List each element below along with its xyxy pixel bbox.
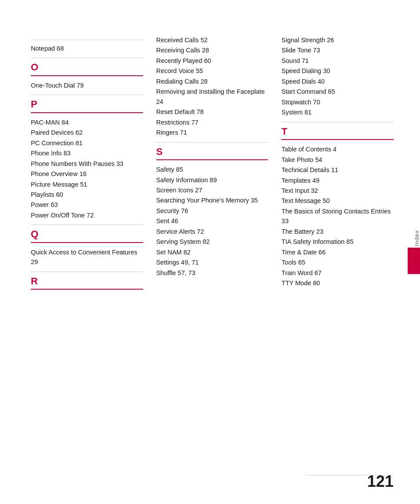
divider-o-red [31,75,143,76]
side-tab-bar [408,248,420,274]
entry-stopwatch: Stopwatch 70 [281,97,394,107]
columns-wrapper: Notepad 68 O One-Touch Dial 79 P PAC-MAN… [31,35,394,469]
entry-redialing: Redialing Calls 28 [156,77,269,86]
letter-s: S [156,146,269,158]
entry-notepad: Notepad 68 [31,44,143,53]
entry-tia-safety: TIA Safety Information 85 [281,237,394,246]
entry-pacman: PAC-MAN 84 [31,118,143,127]
entry-one-touch: One-Touch Dial 79 [31,81,143,90]
column-2: Received Calls 52 Receiving Calls 28 Rec… [156,35,282,469]
divider-p-red [31,112,143,113]
page-container: Notepad 68 O One-Touch Dial 79 P PAC-MAN… [0,0,420,504]
entry-tools: Tools 65 [281,258,394,267]
entry-serving-system: Serving System 82 [156,237,269,246]
entry-sound: Sound 71 [281,56,394,66]
entry-phone-info: Phone Info 83 [31,148,143,158]
page-number: 121 [367,472,394,491]
divider-t-top [281,122,394,122]
column-1: Notepad 68 O One-Touch Dial 79 P PAC-MAN… [31,35,156,469]
entry-tty-mode: TTY Mode 80 [281,278,394,288]
entry-take-photo: Take Photo 54 [281,155,394,165]
letter-p: P [31,99,143,110]
divider-p-top [31,95,143,95]
entry-playlists: Playlists 60 [31,190,143,199]
entry-security: Security 76 [156,206,269,216]
entry-power-tone: Power On/Off Tone 72 [31,210,143,220]
entry-speed-dials: Speed Dials 40 [281,77,394,86]
side-tab: Index [408,230,420,274]
entry-phone-numbers: Phone Numbers With Pauses 33 [31,159,143,169]
divider-q-top [31,224,143,225]
entry-settings: Settings 49, 71 [156,258,269,267]
entry-pc: PC Connection 81 [31,138,143,148]
entry-quick-access: Quick Access to Convenient Features 29 [31,247,143,267]
entry-record-voice: Record Voice 55 [156,66,269,76]
letter-t: T [281,126,394,137]
entry-screen-icons: Screen Icons 27 [156,185,269,195]
entry-ringers: Ringers 71 [156,128,269,137]
divider-r-red [31,289,143,290]
entry-technical-details: Technical Details 11 [281,165,394,175]
entry-table-of-contents: Table of Contents 4 [281,144,394,154]
entry-templates: Templates 49 [281,176,394,185]
entry-phone-overview: Phone Overview 16 [31,169,143,179]
letter-o: O [31,62,143,73]
divider-t-red [281,139,394,140]
entry-text-input: Text Input 32 [281,186,394,195]
divider-s-top [156,142,269,143]
divider-o-top [31,58,143,58]
entry-time-date: Time & Date 66 [281,247,394,257]
entry-shuffle: Shuffle 57, 73 [156,268,269,278]
entry-searching: Searching Your Phone's Memory 35 [156,195,269,205]
entry-receiving-calls: Receiving Calls 28 [156,45,269,55]
entry-picture-message: Picture Message 51 [31,180,143,189]
entry-sent: Sent 46 [156,216,269,226]
entry-speed-dialing: Speed Dialing 30 [281,66,394,76]
letter-r: R [31,276,143,287]
entry-service-alerts: Service Alerts 72 [156,227,269,236]
entry-slide-tone: Slide Tone 73 [281,45,394,55]
divider-top-n [31,40,143,40]
side-tab-label: Index [412,230,420,246]
entry-text-message: Text Message 50 [281,196,394,206]
entry-start-command: Start Command 65 [281,87,394,96]
letter-q: Q [31,228,143,240]
column-3: Signal Strength 26 Slide Tone 73 Sound 7… [281,35,394,469]
divider-r-top [31,272,143,272]
entry-set-nam: Set NAM 82 [156,247,269,257]
entry-restrictions: Restrictions 77 [156,118,269,127]
entry-received-calls: Received Calls 52 [156,35,269,45]
entry-train-word: Train Word 67 [281,268,394,278]
entry-safety: Safety 85 [156,165,269,174]
entry-recently-played: Recently Played 60 [156,56,269,66]
entry-battery: The Battery 23 [281,227,394,236]
entry-paired: Paired Devices 62 [31,128,143,137]
entry-power: Power 63 [31,200,143,210]
entry-removing: Removing and Installing the Faceplate 24 [156,87,269,107]
entry-system: System 81 [281,107,394,117]
entry-basics-storing: The Basics of Storing Contacts Entries 3… [281,206,394,226]
entry-signal-strength: Signal Strength 26 [281,35,394,45]
entry-safety-info: Safety Information 89 [156,175,269,185]
divider-s-red [156,159,269,160]
entry-reset-default: Reset Default 78 [156,107,269,117]
divider-q-red [31,242,143,243]
